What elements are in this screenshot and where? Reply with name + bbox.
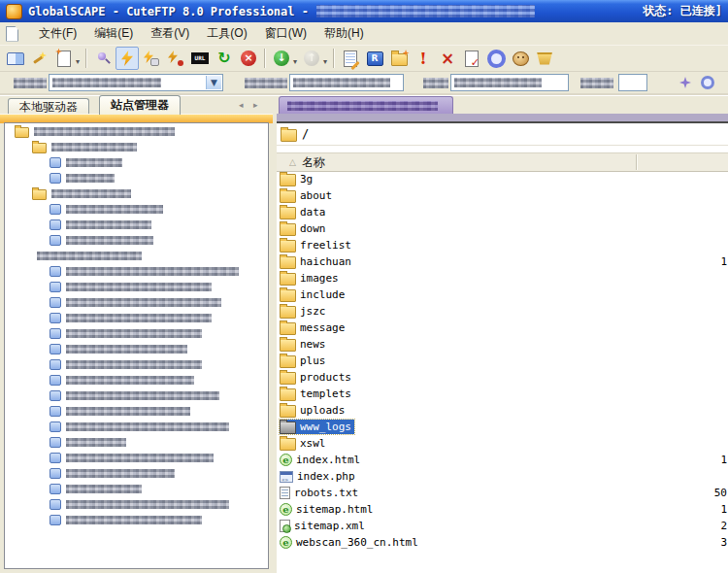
file-row[interactable]: products xyxy=(277,369,728,386)
child-window-icon[interactable] xyxy=(6,26,18,42)
site-tree-row[interactable] xyxy=(5,325,268,341)
priority-button[interactable] xyxy=(412,47,435,70)
site-tree-row[interactable] xyxy=(5,154,268,170)
site-tree-row[interactable] xyxy=(5,185,268,201)
file-row[interactable]: about xyxy=(277,187,728,204)
menu-item-1[interactable]: 编辑(E) xyxy=(85,22,142,45)
stop-button[interactable] xyxy=(237,47,260,70)
site-tree-row[interactable] xyxy=(5,248,268,263)
new-folder-button[interactable] xyxy=(387,47,411,70)
quick-connect-icon[interactable] xyxy=(679,77,691,88)
site-tree-row[interactable] xyxy=(5,481,268,496)
verify-button[interactable] xyxy=(460,47,483,70)
delete-button[interactable] xyxy=(436,47,459,70)
file-row[interactable]: haichuan1 xyxy=(277,253,728,270)
site-tree-row[interactable] xyxy=(5,170,268,185)
connection-wizard-button[interactable] xyxy=(28,47,51,70)
download-button[interactable] xyxy=(270,47,293,70)
site-tree-row[interactable] xyxy=(5,139,268,154)
file-row[interactable]: index.php xyxy=(277,468,728,485)
remote-file-panel: / △ 名称 3gaboutdatadownfreelisthaichuan1i… xyxy=(277,121,728,573)
site-tree-row[interactable] xyxy=(5,356,268,372)
file-row[interactable]: xswl xyxy=(277,435,728,452)
column-header-name[interactable]: 名称 xyxy=(302,154,325,171)
file-row[interactable]: index.html1 xyxy=(277,452,728,468)
redacted-port-label xyxy=(580,78,613,88)
upload-button[interactable] xyxy=(300,47,323,70)
disconnect-button[interactable] xyxy=(164,47,187,70)
quick-pin-button[interactable] xyxy=(91,47,115,70)
reconnect-button[interactable] xyxy=(140,47,163,70)
site-tree-row[interactable] xyxy=(5,217,268,232)
tab-scroll-arrows[interactable]: ◂ ▸ xyxy=(239,100,262,110)
file-row[interactable]: robots.txt50 xyxy=(277,485,728,501)
support-monkey-button[interactable] xyxy=(509,47,532,70)
tab-local-drives[interactable]: 本地驱动器 xyxy=(8,98,89,115)
menu-item-5[interactable]: 帮助(H) xyxy=(315,22,373,45)
site-tree-row[interactable] xyxy=(5,434,268,450)
refresh-button[interactable] xyxy=(213,47,236,70)
site-tree-row[interactable] xyxy=(5,201,268,217)
file-row[interactable]: templets xyxy=(277,386,728,402)
site-icon xyxy=(50,204,61,215)
download-dropdown-icon[interactable]: ▾ xyxy=(293,57,297,66)
remote-path-bar[interactable]: / xyxy=(277,123,728,146)
username-field[interactable] xyxy=(289,74,404,91)
basket-button[interactable] xyxy=(533,47,556,70)
title-bar: GlobalSCAPE - CuteFTP 8.0 Professional -… xyxy=(0,0,728,22)
site-tree-row[interactable] xyxy=(5,232,268,248)
file-row[interactable]: plus xyxy=(277,353,728,369)
site-tree-row[interactable] xyxy=(5,403,268,419)
file-row[interactable]: www_logs xyxy=(277,419,728,435)
site-tree-row[interactable] xyxy=(5,388,268,403)
site-tree-row[interactable] xyxy=(5,496,268,512)
site-tree-row[interactable] xyxy=(5,123,268,139)
menu-item-3[interactable]: 工具(O) xyxy=(198,22,255,45)
upload-dropdown-icon[interactable]: ▾ xyxy=(323,57,327,66)
file-row[interactable]: freelist xyxy=(277,237,728,253)
connect-button[interactable] xyxy=(116,47,139,70)
file-row[interactable]: data xyxy=(277,204,728,220)
site-tree-row[interactable] xyxy=(5,341,268,356)
menu-item-2[interactable]: 查看(V) xyxy=(142,22,198,45)
file-row[interactable]: news xyxy=(277,336,728,353)
new-site-dropdown-icon[interactable]: ▾ xyxy=(76,57,80,66)
site-tree-row[interactable] xyxy=(5,512,268,527)
file-row[interactable]: 3g xyxy=(277,171,728,187)
password-field[interactable] xyxy=(450,74,569,91)
selected-item[interactable]: www_logs xyxy=(280,420,354,434)
quick-connect-bar: ▼ xyxy=(0,72,728,96)
file-row[interactable]: down xyxy=(277,220,728,237)
file-row[interactable]: images xyxy=(277,270,728,286)
site-tree-row[interactable] xyxy=(5,294,268,310)
site-tree-row[interactable] xyxy=(5,310,268,325)
site-tree-row[interactable] xyxy=(5,263,268,279)
site-tree-row[interactable] xyxy=(5,279,268,294)
port-field[interactable] xyxy=(618,74,647,91)
media-player-button[interactable] xyxy=(363,47,386,70)
site-tree-row[interactable] xyxy=(5,450,268,465)
chevron-down-icon[interactable]: ▼ xyxy=(206,76,221,89)
edit-document-button[interactable] xyxy=(339,47,362,70)
site-tree-row[interactable] xyxy=(5,419,268,434)
connect-settings-icon[interactable] xyxy=(701,76,714,89)
tab-site-manager[interactable]: 站点管理器 xyxy=(99,95,181,115)
file-row[interactable]: webscan_360_cn.html3 xyxy=(277,534,728,551)
column-resize-handle[interactable] xyxy=(636,154,638,170)
new-site-button[interactable] xyxy=(52,47,76,70)
file-row[interactable]: uploads xyxy=(277,402,728,419)
remote-site-tab[interactable] xyxy=(279,96,453,114)
connect-url-button[interactable] xyxy=(188,47,212,70)
site-tree-row[interactable] xyxy=(5,465,268,481)
site-tree-row[interactable] xyxy=(5,372,268,388)
file-row[interactable]: include xyxy=(277,286,728,303)
file-row[interactable]: sitemap.xml2 xyxy=(277,518,728,534)
host-combobox[interactable]: ▼ xyxy=(49,74,223,91)
file-row[interactable]: sitemap.html1 xyxy=(277,501,728,518)
file-row[interactable]: message xyxy=(277,320,728,336)
menu-item-4[interactable]: 窗口(W) xyxy=(256,22,315,45)
menu-item-0[interactable]: 文件(F) xyxy=(30,22,85,45)
file-row[interactable]: jszc xyxy=(277,303,728,320)
globe-ring-button[interactable] xyxy=(484,47,508,70)
site-wizard-button[interactable] xyxy=(4,47,27,70)
